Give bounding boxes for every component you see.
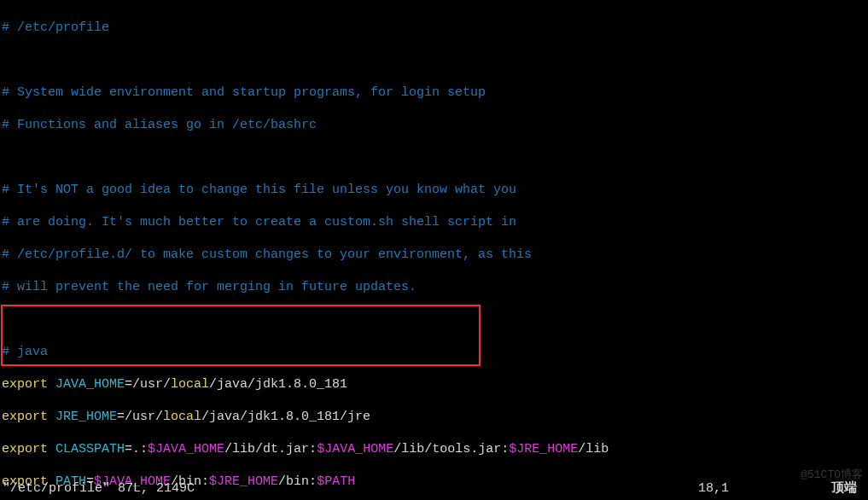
code-line: # It's NOT a good idea to change this fi… (2, 182, 866, 198)
watermark: @51CTO博客 (801, 467, 863, 483)
comment-text: # Functions and aliases go in /etc/bashr… (2, 118, 317, 132)
code-line: # will prevent the need for merging in f… (2, 279, 866, 295)
code-line: export JAVA_HOME=/usr/local/java/jdk1.8.… (2, 376, 866, 392)
code-line: export JRE_HOME=/usr/local/java/jdk1.8.0… (2, 409, 866, 425)
vim-status-bar: "/etc/profile" 87L, 2149C 18,1 顶端 (3, 480, 865, 497)
comment-text: # java (2, 345, 48, 359)
blank-line (2, 311, 866, 328)
editor-viewport[interactable]: # /etc/profile # System wide environment… (0, 0, 868, 500)
comment-text: # It's NOT a good idea to change this fi… (2, 183, 516, 197)
code-line: # /etc/profile.d/ to make custom changes… (2, 247, 866, 263)
comment-text: # are doing. It's much better to create … (2, 215, 516, 230)
var-name: JRE_HOME (55, 410, 117, 424)
blank-line (2, 149, 866, 166)
code-line: # /etc/profile (2, 20, 866, 36)
code-line: # are doing. It's much better to create … (2, 214, 866, 230)
var-name: JAVA_HOME (55, 377, 125, 392)
code-line: # java (2, 344, 866, 360)
code-line: export CLASSPATH=.:$JAVA_HOME/lib/dt.jar… (2, 441, 866, 457)
keyword-export: export (2, 377, 48, 392)
var-name: CLASSPATH (55, 442, 125, 456)
status-file-info: "/etc/profile" 87L, 2149C (3, 480, 195, 497)
code-line: # System wide environment and startup pr… (2, 84, 866, 101)
blank-line (2, 52, 866, 68)
code-line: # Functions and aliases go in /etc/bashr… (2, 117, 866, 133)
comment-text: # will prevent the need for merging in f… (2, 280, 417, 294)
comment-text: # /etc/profile.d/ to make custom changes… (2, 247, 532, 262)
keyword-export: export (2, 410, 48, 424)
keyword-export: export (2, 442, 48, 456)
comment-text: # /etc/profile (2, 20, 109, 35)
comment-text: # System wide environment and startup pr… (2, 85, 486, 100)
